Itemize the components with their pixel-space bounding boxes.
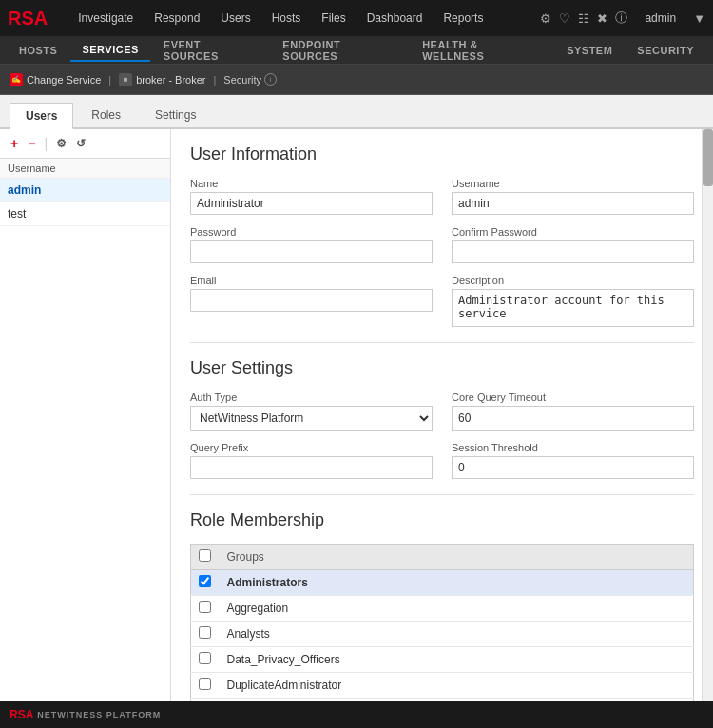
scissors-icon[interactable]: ✖ [597,11,607,26]
scrollbar-track[interactable] [702,129,713,701]
confirm-password-label: Confirm Password [452,226,694,238]
remove-user-button[interactable]: − [25,135,38,152]
email-description-row: Email Description Administrator account … [190,275,694,327]
breadcrumb-sep-1: | [108,74,111,86]
role-name-data-privacy: Data_Privacy_Officers [220,647,694,673]
duplicate-admin-checkbox[interactable] [199,678,211,690]
table-row: Data_Privacy_Officers [191,647,694,673]
add-user-button[interactable]: + [8,135,21,152]
refresh-button[interactable]: ↺ [73,136,88,151]
confirm-password-group: Confirm Password [452,226,694,263]
nav-dashboard[interactable]: Dashboard [357,6,433,30]
security-label[interactable]: Security [223,74,261,86]
role-header-checkbox[interactable] [199,549,211,562]
change-service-icon: ✍ [10,73,23,86]
footer-tagline: NETWITNESS PLATFORM [37,710,161,719]
footer-rsa-text: RSA [10,708,33,721]
gear-settings-button[interactable]: ⚙ [53,136,69,151]
nav-files[interactable]: Files [312,6,355,30]
user-list-item-admin[interactable]: admin [0,179,170,202]
role-name-duplicate-admin: DuplicateAdministrator [220,673,694,699]
dropdown-icon[interactable]: ▼ [693,11,705,26]
name-group: Name [190,178,433,215]
change-service-label[interactable]: Change Service [27,74,101,86]
footer: RSA NETWITNESS PLATFORM [0,701,713,728]
tab-roles[interactable]: Roles [75,102,137,127]
nav-respond[interactable]: Respond [145,6,209,30]
top-navigation: RSA Investigate Respond Users Hosts File… [0,0,713,36]
nav-reports[interactable]: Reports [434,6,492,30]
user-settings-section: User Settings Auth Type NetWitness Platf… [190,358,694,479]
scrollbar-thumb[interactable] [703,129,713,186]
session-threshold-label: Session Threshold [452,442,694,453]
auth-timeout-row: Auth Type NetWitness Platform LDAP RADIU… [190,392,694,431]
role-name-duplicate-analysts: DuplicateAnalysts [220,699,694,702]
confirm-password-input[interactable] [452,240,694,263]
aggregation-checkbox[interactable] [199,601,211,613]
help-icon[interactable]: ⓘ [615,10,627,27]
grid-icon[interactable]: ☷ [578,11,589,26]
query-prefix-input[interactable] [190,456,433,479]
tab-users[interactable]: Users [10,103,73,129]
user-list-item-test[interactable]: test [0,202,170,226]
core-query-timeout-input[interactable] [452,406,694,431]
email-input[interactable] [190,289,433,312]
analysts-checkbox[interactable] [199,626,211,639]
admin-label[interactable]: admin [635,6,685,30]
password-group: Password [190,226,433,263]
second-nav-services[interactable]: SERVICES [70,39,149,62]
broker-label[interactable]: broker - Broker [136,74,205,86]
breadcrumb-bar: ✍ Change Service | ■ broker - Broker | S… [0,65,713,95]
auth-type-select[interactable]: NetWitness Platform LDAP RADIUS [190,406,433,431]
rsa-logo-text: RSA [8,8,48,29]
password-label: Password [190,226,433,238]
core-query-timeout-group: Core Query Timeout [452,392,694,431]
description-label: Description [452,275,694,286]
data-privacy-checkbox[interactable] [199,652,211,664]
table-row: DuplicateAnalysts [191,699,694,702]
toolbar-separator: | [44,136,48,151]
password-input[interactable] [190,240,433,263]
nav-investigate[interactable]: Investigate [68,6,143,30]
breadcrumb-sep-2: | [214,74,217,86]
email-group: Email [190,275,433,327]
second-nav-security[interactable]: SECURITY [626,40,705,61]
top-nav-right: ⚙ ♡ ☷ ✖ ⓘ admin ▼ [540,6,705,30]
role-membership-title: Role Membership [190,510,694,530]
table-row: Analysts [191,622,694,647]
table-row: DuplicateAdministrator [191,673,694,699]
auth-type-label: Auth Type [190,392,433,403]
change-service-breadcrumb[interactable]: ✍ Change Service [10,73,101,86]
username-input[interactable] [452,192,694,215]
role-checkbox-cell [191,570,220,596]
name-username-row: Name Username [190,178,694,215]
auth-type-group: Auth Type NetWitness Platform LDAP RADIU… [190,392,433,431]
second-nav-endpoint-sources[interactable]: ENDPOINT SOURCES [271,34,409,67]
second-nav-event-sources[interactable]: EVENT SOURCES [152,34,269,67]
session-threshold-group: Session Threshold [452,442,694,479]
second-nav-health-wellness[interactable]: HEALTH & WELLNESS [411,34,553,67]
security-info-icon[interactable]: i [264,73,277,86]
session-threshold-input[interactable] [452,456,694,479]
nav-users[interactable]: Users [211,6,260,30]
nav-hosts[interactable]: Hosts [262,6,311,30]
table-row: Administrators [191,570,694,596]
second-nav-hosts[interactable]: HOSTS [8,40,68,61]
second-nav-system[interactable]: SYSTEM [555,40,624,61]
settings-icon[interactable]: ⚙ [540,11,551,26]
name-label: Name [190,178,433,189]
password-confirm-row: Password Confirm Password [190,226,694,263]
role-membership-section: Role Membership Groups Adm [190,510,694,701]
user-list-header: Username [0,159,170,179]
broker-breadcrumb[interactable]: ■ broker - Broker [119,73,205,86]
user-list-toolbar: + − | ⚙ ↺ [0,129,170,159]
role-membership-table: Groups Administrators Aggregation [190,544,694,701]
administrators-checkbox[interactable] [199,575,211,587]
tab-settings[interactable]: Settings [139,102,212,127]
bell-icon[interactable]: ♡ [559,11,570,26]
left-panel: + − | ⚙ ↺ Username admin test [0,129,171,701]
name-input[interactable] [190,192,433,215]
second-navigation: HOSTS SERVICES EVENT SOURCES ENDPOINT SO… [0,36,713,65]
description-textarea[interactable]: Administrator account for this service [452,289,694,327]
query-prefix-group: Query Prefix [190,442,433,479]
